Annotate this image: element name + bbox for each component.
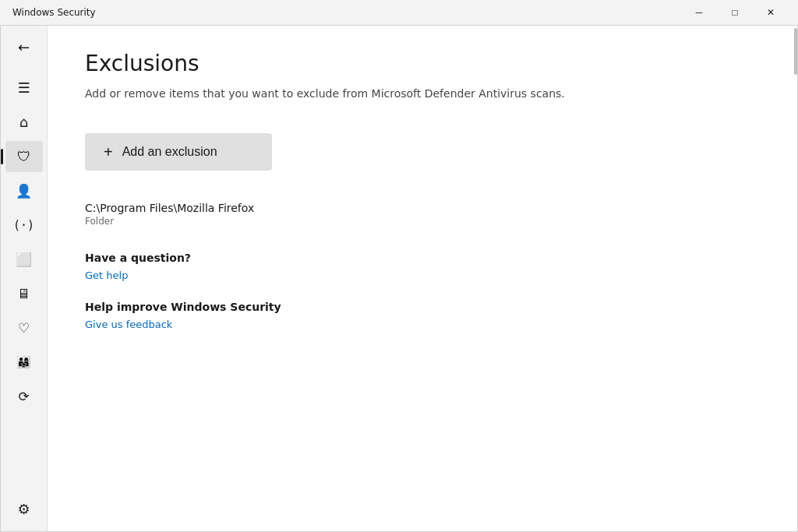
title-bar: Windows Security ─ □ ✕: [0, 0, 798, 25]
page-description: Add or remove items that you want to exc…: [85, 86, 760, 102]
back-button[interactable]: ←: [5, 32, 43, 63]
window-controls: ─ □ ✕: [681, 0, 789, 25]
app-title: Windows Security: [12, 7, 96, 18]
improve-section: Help improve Windows Security Give us fe…: [85, 301, 760, 331]
history-icon: ⟳: [18, 390, 29, 403]
exclusion-type: Folder: [85, 216, 760, 227]
back-icon: ←: [18, 41, 30, 55]
family-icon: 👨‍👩‍👧: [16, 357, 31, 368]
sidebar-item-home[interactable]: ⌂: [5, 107, 43, 138]
maximize-button[interactable]: □: [717, 0, 753, 25]
minimize-button[interactable]: ─: [681, 0, 717, 25]
sidebar-item-health[interactable]: ♡: [5, 312, 43, 344]
sidebar-item-app[interactable]: ⬜: [5, 244, 43, 275]
content-area: Exclusions Add or remove items that you …: [48, 26, 797, 531]
account-icon: 👤: [16, 185, 32, 198]
improve-title: Help improve Windows Security: [85, 301, 760, 313]
menu-button[interactable]: ☰: [5, 72, 43, 104]
main-window: ← ☰ ⌂ 🛡 👤 (·) ⬜ 🖥 ♡ 👨‍👩‍👧: [0, 25, 798, 532]
add-exclusion-button[interactable]: + Add an exclusion: [85, 133, 272, 171]
sidebar-item-network[interactable]: (·): [5, 210, 43, 241]
exclusion-path: C:\Program Files\Mozilla Firefox: [85, 202, 760, 214]
device-icon: 🖥: [17, 287, 30, 301]
health-icon: ♡: [18, 322, 30, 335]
close-button[interactable]: ✕: [753, 0, 789, 25]
home-icon: ⌂: [19, 115, 28, 129]
app-icon: ⬜: [16, 253, 32, 266]
settings-icon: ⚙: [17, 502, 30, 516]
sidebar-item-settings[interactable]: ⚙: [5, 494, 43, 525]
scroll-thumb[interactable]: [794, 28, 797, 75]
sidebar: ← ☰ ⌂ 🛡 👤 (·) ⬜ 🖥 ♡ 👨‍👩‍👧: [1, 26, 48, 531]
table-row: C:\Program Files\Mozilla Firefox Folder: [85, 196, 760, 233]
feedback-link[interactable]: Give us feedback: [85, 319, 172, 330]
scroll-track[interactable]: [793, 25, 798, 532]
sidebar-item-history[interactable]: ⟳: [5, 381, 43, 412]
add-exclusion-label: Add an exclusion: [122, 145, 217, 159]
sidebar-item-device[interactable]: 🖥: [5, 278, 43, 309]
help-title: Have a question?: [85, 252, 760, 264]
sidebar-item-shield[interactable]: 🛡: [5, 141, 43, 172]
help-section: Have a question? Get help: [85, 252, 760, 282]
exclusions-list: C:\Program Files\Mozilla Firefox Folder: [85, 196, 760, 233]
sidebar-item-account[interactable]: 👤: [5, 175, 43, 206]
page-title: Exclusions: [85, 51, 760, 76]
shield-icon: 🛡: [17, 150, 31, 164]
get-help-link[interactable]: Get help: [85, 270, 128, 281]
plus-icon: +: [104, 144, 113, 160]
network-icon: (·): [13, 220, 34, 231]
sidebar-item-family[interactable]: 👨‍👩‍👧: [5, 347, 43, 378]
menu-icon: ☰: [17, 81, 30, 95]
